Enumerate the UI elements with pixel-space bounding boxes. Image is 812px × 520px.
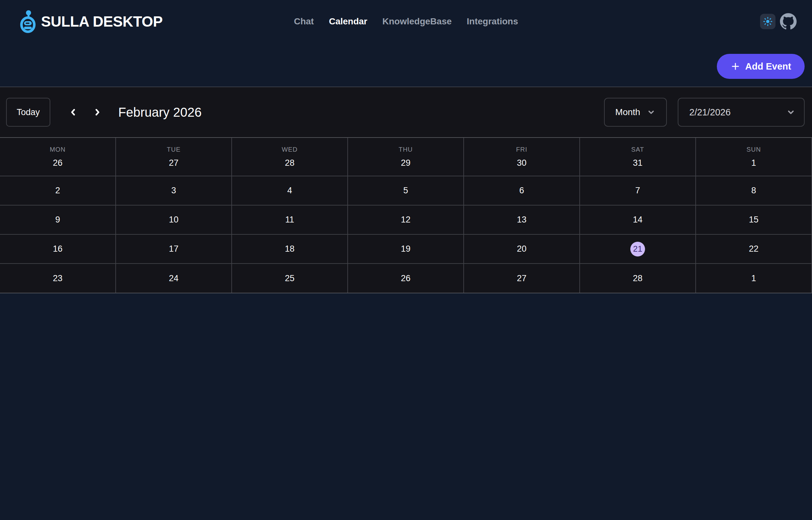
day-number: 13 bbox=[517, 215, 526, 225]
calendar-day-cell[interactable]: 20 bbox=[464, 235, 580, 264]
nav-item-chat[interactable]: Chat bbox=[294, 16, 314, 27]
day-number: 6 bbox=[519, 186, 524, 196]
calendar-header-cell[interactable]: TUE27 bbox=[116, 138, 232, 176]
day-number: 2 bbox=[55, 186, 60, 196]
day-number: 24 bbox=[169, 274, 179, 283]
day-number: 23 bbox=[53, 274, 62, 283]
calendar-toolbar: Today February 2026 Month 2/21/2026 bbox=[0, 87, 812, 137]
github-link[interactable] bbox=[780, 13, 796, 30]
robot-icon bbox=[20, 10, 36, 33]
day-number: 31 bbox=[633, 158, 643, 168]
day-number: 11 bbox=[285, 215, 294, 225]
calendar-day-cell[interactable]: 12 bbox=[348, 206, 464, 235]
calendar-day-cell[interactable]: 27 bbox=[464, 264, 580, 293]
calendar-header-cell[interactable]: SAT31 bbox=[580, 138, 696, 176]
nav-item-knowledgebase[interactable]: KnowledgeBase bbox=[382, 16, 452, 27]
calendar-header-cell[interactable]: THU29 bbox=[348, 138, 464, 176]
calendar-header-cell[interactable]: SUN1 bbox=[696, 138, 812, 176]
day-number: 28 bbox=[285, 158, 295, 168]
chevron-down-icon bbox=[786, 107, 796, 117]
brand[interactable]: SULLA DESKTOP bbox=[20, 10, 162, 33]
day-of-week-label: SAT bbox=[631, 146, 644, 153]
calendar-day-cell[interactable]: 3 bbox=[116, 176, 232, 206]
chevron-right-icon bbox=[92, 107, 103, 118]
calendar-day-cell[interactable]: 19 bbox=[348, 235, 464, 264]
calendar-day-cell[interactable]: 6 bbox=[464, 176, 580, 206]
theme-toggle-button[interactable] bbox=[760, 14, 776, 29]
navbar: SULLA DESKTOP ChatCalendarKnowledgeBaseI… bbox=[0, 0, 812, 43]
calendar-header-cell[interactable]: WED28 bbox=[232, 138, 348, 176]
calendar-day-cell[interactable]: 14 bbox=[580, 206, 696, 235]
plus-icon bbox=[730, 61, 740, 72]
day-number: 12 bbox=[401, 215, 410, 225]
day-of-week-label: WED bbox=[282, 146, 298, 153]
calendar-header-cell[interactable]: MON26 bbox=[0, 138, 116, 176]
today-button[interactable]: Today bbox=[6, 98, 50, 127]
day-number: 1 bbox=[751, 158, 756, 168]
calendar-day-cell[interactable]: 23 bbox=[0, 264, 116, 293]
view-select[interactable]: Month bbox=[604, 98, 667, 127]
top-actions bbox=[760, 13, 796, 30]
calendar-day-cell[interactable]: 11 bbox=[232, 206, 348, 235]
date-select-value: 2/21/2026 bbox=[689, 107, 731, 118]
day-number: 26 bbox=[53, 158, 62, 168]
calendar-day-cell[interactable]: 26 bbox=[348, 264, 464, 293]
next-month-button[interactable] bbox=[90, 105, 105, 120]
github-icon bbox=[780, 13, 796, 30]
sun-icon bbox=[763, 17, 773, 26]
day-number: 3 bbox=[171, 186, 176, 196]
day-number: 9 bbox=[55, 215, 60, 225]
prev-month-button[interactable] bbox=[66, 105, 80, 120]
calendar-header-cell[interactable]: FRI30 bbox=[464, 138, 580, 176]
day-of-week-label: TUE bbox=[167, 146, 181, 153]
calendar-day-cell[interactable]: 17 bbox=[116, 235, 232, 264]
calendar-day-cell[interactable]: 21 bbox=[580, 235, 696, 264]
day-of-week-label: SUN bbox=[746, 146, 761, 153]
day-of-week-label: THU bbox=[399, 146, 413, 153]
day-number: 10 bbox=[169, 215, 179, 225]
day-number: 8 bbox=[751, 186, 756, 196]
chevron-left-icon bbox=[67, 107, 79, 118]
calendar-panel: Today February 2026 Month 2/21/2026 MON2… bbox=[0, 86, 812, 293]
day-number: 29 bbox=[401, 158, 410, 168]
day-number: 25 bbox=[285, 274, 295, 283]
calendar-day-cell[interactable]: 16 bbox=[0, 235, 116, 264]
selected-day-badge: 21 bbox=[630, 242, 645, 257]
nav-item-calendar[interactable]: Calendar bbox=[329, 16, 367, 27]
day-number: 14 bbox=[633, 215, 643, 225]
day-number: 7 bbox=[635, 186, 640, 196]
calendar-day-cell[interactable]: 18 bbox=[232, 235, 348, 264]
day-number: 30 bbox=[517, 158, 526, 168]
calendar-day-cell[interactable]: 1 bbox=[696, 264, 812, 293]
view-select-value: Month bbox=[615, 107, 640, 117]
calendar-day-cell[interactable]: 9 bbox=[0, 206, 116, 235]
calendar-grid: MON26TUE27WED28THU29FRI30SAT31SUN1234567… bbox=[0, 137, 812, 293]
calendar-day-cell[interactable]: 25 bbox=[232, 264, 348, 293]
calendar-day-cell[interactable]: 28 bbox=[580, 264, 696, 293]
date-select[interactable]: 2/21/2026 bbox=[678, 98, 805, 127]
calendar-day-cell[interactable]: 7 bbox=[580, 176, 696, 206]
calendar-day-cell[interactable]: 8 bbox=[696, 176, 812, 206]
calendar-day-cell[interactable]: 15 bbox=[696, 206, 812, 235]
chevron-down-icon bbox=[647, 108, 656, 117]
calendar-day-cell[interactable]: 24 bbox=[116, 264, 232, 293]
day-number: 4 bbox=[287, 186, 292, 196]
calendar-day-cell[interactable]: 22 bbox=[696, 235, 812, 264]
day-number: 1 bbox=[751, 274, 756, 283]
calendar-day-cell[interactable]: 4 bbox=[232, 176, 348, 206]
calendar-day-cell[interactable]: 13 bbox=[464, 206, 580, 235]
calendar-day-cell[interactable]: 2 bbox=[0, 176, 116, 206]
add-event-button[interactable]: Add Event bbox=[717, 54, 805, 79]
day-number: 5 bbox=[403, 186, 408, 196]
day-number: 17 bbox=[169, 244, 179, 254]
day-number: 26 bbox=[401, 274, 410, 283]
day-number: 22 bbox=[749, 244, 758, 254]
nav-item-integrations[interactable]: Integrations bbox=[467, 16, 518, 27]
add-event-row: Add Event bbox=[0, 43, 812, 79]
calendar-day-cell[interactable]: 10 bbox=[116, 206, 232, 235]
day-number: 27 bbox=[517, 274, 526, 283]
day-of-week-label: FRI bbox=[516, 146, 527, 153]
calendar-day-cell[interactable]: 5 bbox=[348, 176, 464, 206]
app-title: SULLA DESKTOP bbox=[41, 13, 162, 30]
day-number: 27 bbox=[169, 158, 179, 168]
